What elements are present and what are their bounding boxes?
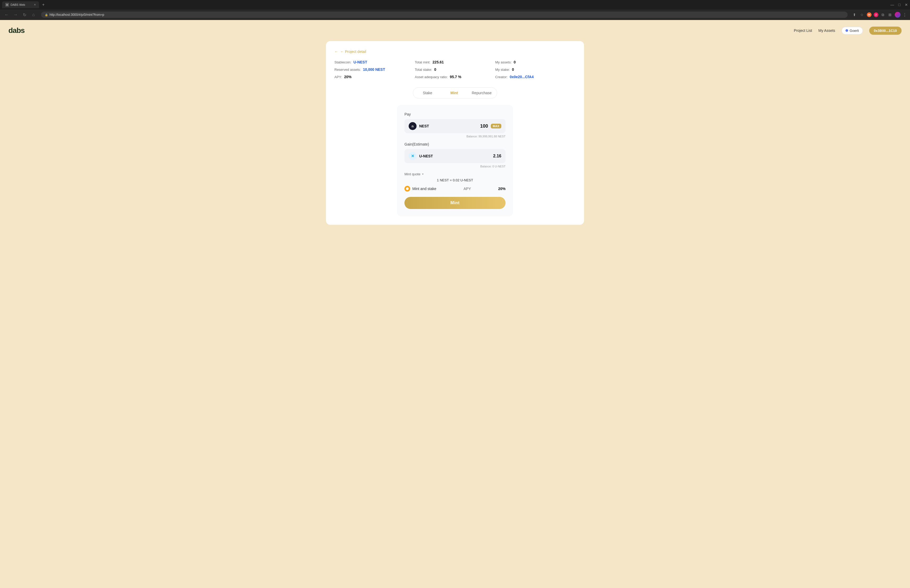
grid-icon[interactable]: ⊞ [887, 11, 892, 18]
back-arrow-icon: ← [335, 50, 338, 54]
my-stake-label: My stake: [495, 68, 510, 72]
reserved-value: 10,000 NEST [363, 67, 385, 72]
stats-grid: Stablecoin: U-NEST Total mint: 225.61 My… [335, 60, 575, 79]
chevron-down-icon: ▾ [422, 173, 423, 176]
browser-extensions: ⬆ ☆ M 2 ⧉ ⊞ ⋮ [852, 11, 907, 18]
logo-text: dabs [8, 26, 24, 34]
browser-avatar[interactable] [895, 12, 900, 18]
max-button[interactable]: MAX [491, 124, 501, 128]
tab-mint[interactable]: Mint [441, 89, 467, 97]
top-nav: dabs Project List My Assets Goerli 0x3B0… [8, 26, 902, 35]
total-mint-label: Total mint: [415, 60, 430, 64]
nest-token-icon: n [409, 122, 417, 130]
my-assets-value: 0 [514, 60, 516, 64]
unest-token-icon: ✕ [409, 152, 417, 160]
gain-token-left: ✕ U-NEST [409, 152, 433, 160]
page-content: dabs Project List My Assets Goerli 0x3B0… [0, 20, 910, 588]
stat-asset-ratio: Asset adequacy ratio: 95.7 % [415, 75, 495, 79]
gain-amount: 2.16 [493, 154, 501, 158]
stat-total-stake: Total stake: 0 [415, 67, 495, 72]
window-close[interactable]: ✕ [905, 3, 908, 7]
pay-input-right: MAX [467, 123, 501, 129]
stat-total-mint: Total mint: 225.61 [415, 60, 495, 64]
mint-panel: Pay n NEST MAX Balance: 99,999,991.88 NE… [397, 105, 513, 216]
window-minimize[interactable]: — [891, 3, 894, 7]
gain-token-name: U-NEST [419, 154, 433, 158]
browser-controls: ← → ↻ ⌂ 🔒 http://localhost:3000/#/p/0/mi… [0, 10, 910, 20]
puzzle-icon[interactable]: ⧉ [881, 11, 885, 18]
tabs-bar: Stake Mint Repurchase [413, 87, 497, 99]
wallet-address-button[interactable]: 0x3B00...1C10 [869, 27, 902, 35]
gain-balance: Balance: 0 U-NEST [404, 165, 506, 168]
exchange-rate: 1 NEST = 0.02 U-NEST [404, 178, 506, 182]
address-bar[interactable]: 🔒 http://localhost:3000/#/p/0/mint?from=… [41, 11, 848, 18]
total-stake-value: 0 [434, 67, 436, 72]
stat-creator: Creator: 0x0e20...CfA4 [495, 75, 575, 79]
apy-label-text: APY [464, 187, 471, 191]
stat-my-stake: My stake: 0 [495, 67, 575, 72]
pay-input-row: n NEST MAX [404, 119, 506, 133]
pay-amount-input[interactable] [467, 123, 488, 129]
mint-stake-label: Mint and stake [412, 187, 436, 191]
stablecoin-value: U-NEST [353, 60, 367, 64]
tab-stake[interactable]: Stake [414, 89, 441, 97]
tab-repurchase[interactable]: Repurchase [468, 89, 496, 97]
browser-menu[interactable]: ⋮ [903, 12, 907, 17]
reserved-label: Reserved assets: [335, 68, 361, 72]
network-indicator [845, 29, 848, 32]
pay-token-name: NEST [419, 124, 429, 128]
stablecoin-label: Stablecoin: [335, 60, 351, 64]
home-button[interactable]: ⌂ [30, 11, 37, 18]
my-assets-link[interactable]: My Assets [818, 28, 835, 32]
back-button[interactable]: ← [3, 11, 10, 18]
mint-stake-row: Mint and stake APY 20% [404, 186, 506, 192]
tab-title: DABS Web [11, 3, 25, 6]
stat-stablecoin: Stablecoin: U-NEST [335, 60, 415, 64]
total-mint-value: 225.61 [433, 60, 444, 64]
extension-metamask[interactable]: M [867, 12, 871, 17]
total-stake-label: Total stake: [415, 68, 432, 72]
pay-balance: Balance: 99,999,991.88 NEST [404, 135, 506, 138]
apy-value-text: 20% [498, 187, 506, 191]
nav-right: Project List My Assets Goerli 0x3B00...1… [794, 27, 902, 35]
tab-close-button[interactable]: × [34, 3, 36, 6]
mint-quote-row[interactable]: Mint quote ▾ [404, 172, 506, 176]
forward-button[interactable]: → [12, 11, 19, 18]
mint-stake-left: Mint and stake [404, 186, 436, 192]
creator-value[interactable]: 0x0e20...CfA4 [510, 75, 534, 79]
gain-label: Gain(Estimate) [404, 142, 506, 146]
my-assets-label: My assets: [495, 60, 512, 64]
lock-icon: 🔒 [45, 13, 48, 16]
stake-icon [404, 186, 410, 192]
new-tab-button[interactable]: + [41, 2, 45, 7]
share-icon[interactable]: ⬆ [852, 11, 857, 18]
mint-quote-label: Mint quote [404, 172, 420, 176]
creator-label: Creator: [495, 75, 508, 79]
main-card: ← ← Project detail Stablecoin: U-NEST To… [326, 41, 584, 225]
tab-favicon: D [5, 3, 9, 6]
stat-my-assets: My assets: 0 [495, 60, 575, 64]
back-label-text: ← Project detail [340, 50, 366, 54]
reload-button[interactable]: ↻ [21, 11, 28, 18]
network-label: Goerli [850, 29, 859, 32]
bookmark-icon[interactable]: ☆ [859, 11, 865, 18]
asset-ratio-value: 95.7 % [450, 75, 461, 79]
asset-ratio-label: Asset adequacy ratio: [415, 75, 448, 79]
logo: dabs [8, 26, 24, 35]
extension-2[interactable]: 2 [874, 12, 878, 17]
network-selector[interactable]: Goerli [842, 27, 863, 34]
url-text: http://localhost:3000/#/p/0/mint?from=p [50, 13, 104, 16]
browser-titlebar: D DABS Web × + — □ ✕ [0, 0, 910, 10]
apy-value: 20% [344, 75, 352, 79]
browser-tab[interactable]: D DABS Web × [2, 1, 39, 8]
stake-icon-inner [406, 187, 409, 190]
apy-label: APY: [335, 75, 342, 79]
mint-button[interactable]: Mint [404, 197, 506, 209]
pay-token-left: n NEST [409, 122, 429, 130]
back-link[interactable]: ← ← Project detail [335, 50, 575, 54]
stat-apy: APY: 20% [335, 75, 415, 79]
my-stake-value: 0 [512, 67, 514, 72]
project-list-link[interactable]: Project List [794, 28, 812, 32]
window-maximize[interactable]: □ [899, 3, 900, 7]
pay-label: Pay [404, 112, 506, 116]
